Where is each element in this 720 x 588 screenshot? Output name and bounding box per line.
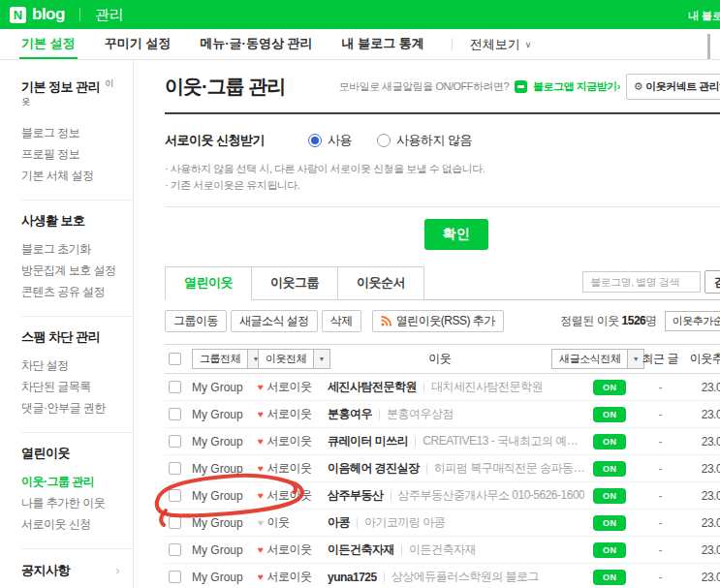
chevron-down-icon: ∨ <box>525 40 532 49</box>
sidebar-item-블로그 정보[interactable]: 블로그 정보 <box>21 122 119 143</box>
row-neighbor: yuna1725상상에듀플러스학원의 블로그 <box>328 569 584 585</box>
sidebar-item-콘텐츠 공유 설정[interactable]: 콘텐츠 공유 설정 <box>21 281 119 302</box>
news-on-toggle[interactable]: ON <box>593 461 626 477</box>
row-checkbox[interactable] <box>169 489 181 502</box>
row-news-cell: ON <box>584 461 635 477</box>
sidebar-item-이웃·그룹 관리[interactable]: 이웃·그룹 관리 <box>21 471 119 492</box>
news-on-toggle[interactable]: ON <box>593 407 626 422</box>
row-checkbox[interactable] <box>169 435 181 448</box>
row-added-date: 23.03.29. <box>685 516 720 530</box>
radio-option-사용[interactable]: 사용 <box>308 132 352 149</box>
relation-label: 서로이웃 <box>266 569 311 585</box>
group-filter-select[interactable]: 그룹전체 ▼ <box>192 349 265 369</box>
news-on-toggle[interactable]: ON <box>593 515 626 531</box>
neighbor-description: CREATIVE13 - 국내최고의 예… <box>423 433 578 449</box>
news-on-toggle[interactable]: ON <box>593 570 626 585</box>
news-on-toggle[interactable]: ON <box>593 380 626 395</box>
my-blog-link[interactable]: 내 블로그 <box>688 9 720 23</box>
sidebar-item-서로이웃 신청[interactable]: 서로이웃 신청 <box>21 513 119 535</box>
sorted-info: 정렬된 이웃 1526명 이웃추가순 ▼ <box>560 311 720 331</box>
neighbor-description: 이든건축자재 <box>409 542 476 558</box>
neighbor-description: 삼주부동산중개사무소 010-5626-1600 <box>398 487 585 504</box>
neighbor-name[interactable]: 세진사탐전문학원 <box>328 379 417 395</box>
tab-열린이웃[interactable]: 열린이웃 <box>165 266 252 300</box>
row-news-cell: ON <box>584 380 635 395</box>
row-relation: ♥서로이웃 <box>258 379 328 395</box>
blog-logo-text: blog <box>32 5 65 24</box>
news-filter-select[interactable]: 새글소식전체 ▼ <box>551 349 644 369</box>
toolbar-button-삭제[interactable]: 삭제 <box>322 310 361 332</box>
sidebar-item-방문집계 보호 설정[interactable]: 방문집계 보호 설정 <box>21 260 119 281</box>
sidebar-item-나를 추가한 이웃[interactable]: 나를 추가한 이웃 <box>21 492 119 513</box>
news-on-toggle[interactable]: ON <box>593 488 626 504</box>
tab-이웃순서[interactable]: 이웃순서 <box>337 266 424 300</box>
table-row: My Group♥서로이웃세진사탐전문학원대치세진사탐전문학원ON-23.03.… <box>165 374 720 401</box>
neighbor-name[interactable]: yuna1725 <box>328 571 377 584</box>
tab-이웃그룹[interactable]: 이웃그룹 <box>251 266 338 300</box>
nav-tab-기본 설정[interactable]: 기본 설정 <box>19 29 78 59</box>
neighbor-name[interactable]: 이든건축자재 <box>328 542 394 558</box>
row-relation: ♥이웃 <box>258 514 328 531</box>
row-relation: ♥서로이웃 <box>258 460 328 477</box>
add-rss-neighbor-button[interactable]: 열린이웃(RSS) 추가 <box>372 310 504 332</box>
page: N blog 관리 내 블로그 기본 설정꾸미기 설정메뉴·글·동영상 관리내 … <box>0 0 720 588</box>
sidebar-link-공지사항[interactable]: 공지사항› <box>21 549 133 588</box>
sidebar-item-기본 서체 설정[interactable]: 기본 서체 설정 <box>21 165 119 186</box>
nav-tab-메뉴·글·동영상 관리[interactable]: 메뉴·글·동영상 관리 <box>198 29 314 59</box>
sidebar-section: 열린이웃이웃·그룹 관리나를 추가한 이웃서로이웃 신청 <box>21 433 133 549</box>
toolbar-button-그룹이동[interactable]: 그룹이동 <box>165 310 227 332</box>
neighbor-name[interactable]: 이음헤어 경진실장 <box>328 460 420 477</box>
confirm-button[interactable]: 확인 <box>424 219 488 250</box>
sorted-suffix: 명 <box>645 314 657 327</box>
nav-tab-꾸미기 설정[interactable]: 꾸미기 설정 <box>103 29 173 59</box>
row-checkbox-cell <box>165 462 192 475</box>
relation-label: 서로이웃 <box>266 487 311 504</box>
row-neighbor: 이든건축자재이든건축자재 <box>328 542 584 558</box>
sidebar-item-블로그 초기화[interactable]: 블로그 초기화 <box>21 238 119 260</box>
toolbar-button-새글소식 설정[interactable]: 새글소식 설정 <box>231 310 318 332</box>
neighbor-connect-button[interactable]: ⚙ 이웃커넥트 관리하기 <box>626 74 720 100</box>
sidebar-item-프로필 정보[interactable]: 프로필 정보 <box>21 143 119 165</box>
setting-label: 서로이웃 신청받기 <box>165 132 308 149</box>
row-news-cell: ON <box>584 515 635 531</box>
relation-label: 서로이웃 <box>266 433 311 449</box>
radio-option-사용하지 않음[interactable]: 사용하지 않음 <box>377 132 472 149</box>
row-checkbox[interactable] <box>169 462 181 475</box>
settings-nav: 기본 설정꾸미기 설정메뉴·글·동영상 관리내 블로그 통계 전체보기 ∨ <box>0 29 720 60</box>
row-relation: ♥서로이웃 <box>258 433 328 449</box>
sidebar-item-댓글·안부글 권한[interactable]: 댓글·안부글 권한 <box>21 397 119 418</box>
blog-app-link[interactable]: 블로그앱 지금받기› <box>533 79 620 94</box>
row-checkbox[interactable] <box>169 571 181 583</box>
news-on-toggle[interactable]: ON <box>593 434 626 449</box>
table-row: My Group♥서로이웃삼주부동산삼주부동산중개사무소 010-5626-16… <box>165 482 720 510</box>
row-neighbor: 세진사탐전문학원대치세진사탐전문학원 <box>328 379 584 395</box>
neighbor-filter-select[interactable]: 이웃전체 ▼ <box>258 349 330 369</box>
row-checkbox[interactable] <box>169 408 181 420</box>
sidebar-item-차단 설정[interactable]: 차단 설정 <box>21 355 119 376</box>
scrollbar[interactable] <box>707 34 710 59</box>
neighbor-name[interactable]: 삼주부동산 <box>328 487 384 504</box>
select-all-checkbox[interactable] <box>169 353 181 365</box>
sidebar-item-차단된 글목록[interactable]: 차단된 글목록 <box>21 376 119 397</box>
row-recent-post: - <box>635 435 685 449</box>
row-neighbor: 이음헤어 경진실장히피펌 복구매직전문 송파동… <box>328 460 584 477</box>
neighbor-tabs-row: 열린이웃이웃그룹이웃순서 검색 <box>165 270 720 300</box>
search-input[interactable] <box>582 271 701 293</box>
rss-button-label: 열린이웃(RSS) 추가 <box>396 313 495 329</box>
search-button[interactable]: 검색 <box>704 270 720 294</box>
row-checkbox[interactable] <box>169 381 181 393</box>
view-all-dropdown[interactable]: 전체보기 ∨ <box>470 29 532 59</box>
news-on-toggle[interactable]: ON <box>593 542 626 558</box>
sidebar-section: 기본 정보 관리이웃블로그 정보프로필 정보기본 서체 설정 <box>21 66 133 201</box>
neighbor-name[interactable]: 큐레이터 미쓰리 <box>328 433 408 449</box>
neighbor-name[interactable]: 아콩 <box>328 514 350 531</box>
sort-order-select[interactable]: 이웃추가순 ▼ <box>665 311 720 331</box>
row-checkbox-cell <box>165 381 192 393</box>
naver-blog-logo[interactable]: N blog 관리 <box>10 5 124 24</box>
row-news-cell: ON <box>584 407 635 422</box>
nav-tab-내 블로그 통계[interactable]: 내 블로그 통계 <box>340 29 426 59</box>
row-checkbox[interactable] <box>169 516 181 529</box>
setting-note: · 기존 서로이웃은 유지됩니다. <box>165 177 720 194</box>
neighbor-name[interactable]: 분홍여우 <box>328 406 372 422</box>
row-checkbox[interactable] <box>169 543 181 556</box>
